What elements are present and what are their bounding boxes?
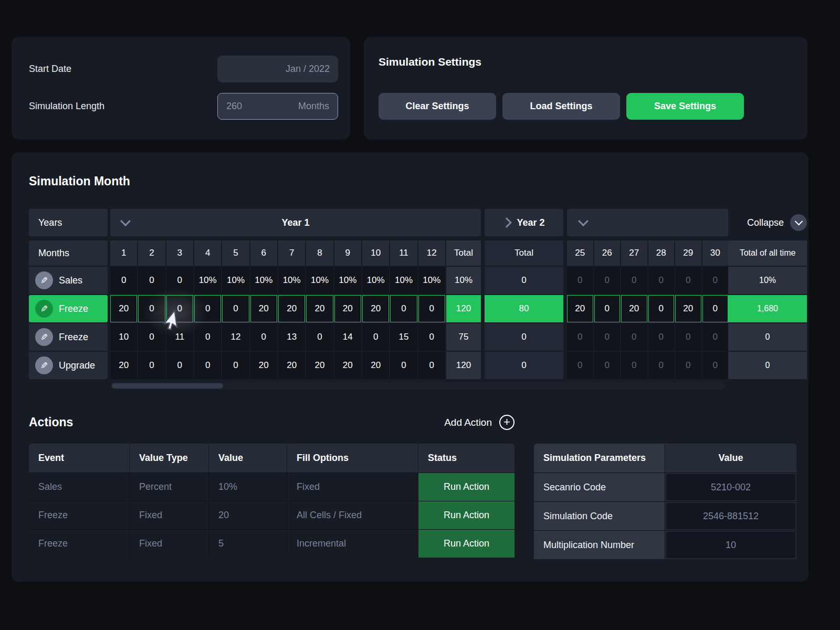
row-label-cell[interactable]: ✎Upgrade bbox=[29, 352, 108, 379]
month-cell[interactable]: 20 bbox=[306, 352, 333, 379]
month-cell[interactable]: 20 bbox=[250, 295, 277, 322]
month-cell[interactable]: 10% bbox=[306, 267, 333, 294]
month-cell[interactable]: 0 bbox=[675, 352, 701, 379]
month-cell[interactable]: 20 bbox=[362, 352, 389, 379]
month-cell[interactable]: 0 bbox=[567, 323, 593, 351]
chevron-down-icon[interactable] bbox=[578, 216, 589, 226]
month-cell[interactable]: 0 bbox=[418, 323, 445, 351]
month-cell[interactable]: 10 bbox=[110, 323, 137, 351]
month-cell[interactable]: 0 bbox=[110, 267, 137, 294]
month-cell[interactable]: 10% bbox=[250, 267, 277, 294]
run-action-button[interactable]: Run Action bbox=[418, 473, 514, 501]
month-cell[interactable]: 0 bbox=[166, 295, 193, 322]
month-cell[interactable]: 0 bbox=[166, 352, 193, 379]
month-cell[interactable]: 0 bbox=[138, 295, 165, 322]
month-cell[interactable]: 0 bbox=[138, 323, 165, 351]
month-cell[interactable]: 0 bbox=[621, 323, 647, 351]
month-cell[interactable]: 0 bbox=[194, 295, 221, 322]
month-cell[interactable]: 0 bbox=[250, 323, 277, 351]
month-cell[interactable]: 10% bbox=[390, 267, 417, 294]
chevron-right-icon[interactable] bbox=[502, 217, 512, 228]
clear-settings-button[interactable]: Clear Settings bbox=[379, 93, 496, 120]
month-cell[interactable]: 0 bbox=[567, 267, 593, 294]
add-action-button[interactable]: Add Action + bbox=[444, 415, 514, 430]
month-cell[interactable]: 20 bbox=[675, 295, 701, 322]
parameter-value-input[interactable]: 10 bbox=[666, 532, 795, 558]
row-label-cell[interactable]: ✎Freeze bbox=[29, 323, 108, 351]
month-cell[interactable]: 0 bbox=[648, 323, 675, 351]
run-action-button[interactable]: Run Action bbox=[418, 501, 514, 529]
month-cell[interactable]: 0 bbox=[194, 352, 221, 379]
month-cell[interactable]: 20 bbox=[250, 352, 277, 379]
month-cell[interactable]: 0 bbox=[138, 267, 165, 294]
year3-header[interactable] bbox=[567, 209, 728, 236]
month-cell[interactable]: 0 bbox=[418, 295, 445, 322]
row-label-cell[interactable]: ✎Freeze bbox=[29, 295, 108, 322]
month-cell[interactable]: 0 bbox=[138, 352, 165, 379]
month-cell[interactable]: 11 bbox=[166, 323, 193, 351]
month-cell[interactable]: 10% bbox=[418, 267, 445, 294]
parameter-value-input[interactable]: 5210-002 bbox=[666, 474, 795, 500]
month-cell[interactable]: 0 bbox=[648, 352, 675, 379]
month-cell[interactable]: 0 bbox=[675, 323, 701, 351]
month-cell[interactable]: 12 bbox=[222, 323, 249, 351]
start-date-input[interactable]: Jan / 2022 bbox=[217, 56, 338, 82]
month-cell[interactable]: 14 bbox=[334, 323, 361, 351]
month-cell[interactable]: 20 bbox=[110, 352, 137, 379]
month-cell[interactable]: 0 bbox=[594, 352, 621, 379]
month-cell[interactable]: 0 bbox=[194, 323, 221, 351]
month-cell[interactable]: 0 bbox=[222, 295, 249, 322]
month-cell[interactable]: 0 bbox=[648, 267, 675, 294]
month-cell[interactable]: 10% bbox=[362, 267, 389, 294]
collapse-button[interactable] bbox=[790, 214, 807, 231]
month-cell[interactable]: 13 bbox=[278, 323, 305, 351]
run-action-button[interactable]: Run Action bbox=[418, 530, 514, 558]
month-cell[interactable]: 0 bbox=[702, 323, 729, 351]
month-cell[interactable]: 20 bbox=[278, 352, 305, 379]
pencil-edit-icon[interactable]: ✎ bbox=[35, 271, 53, 289]
month-cell[interactable]: 10% bbox=[334, 267, 361, 294]
parameter-value-input[interactable]: 2546-881512 bbox=[666, 503, 795, 529]
month-cell[interactable]: 0 bbox=[222, 352, 249, 379]
pencil-edit-icon[interactable]: ✎ bbox=[35, 356, 53, 374]
simulation-length-input[interactable]: 260 Months bbox=[217, 93, 338, 120]
horizontal-scrollbar-track[interactable] bbox=[110, 382, 724, 390]
save-settings-button[interactable]: Save Settings bbox=[626, 93, 744, 120]
month-cell[interactable]: 0 bbox=[390, 295, 417, 322]
horizontal-scrollbar-thumb[interactable] bbox=[112, 383, 223, 388]
pencil-edit-icon[interactable]: ✎ bbox=[35, 328, 53, 346]
month-cell[interactable]: 10% bbox=[278, 267, 305, 294]
month-cell[interactable]: 20 bbox=[334, 295, 361, 322]
month-cell[interactable]: 0 bbox=[306, 323, 333, 351]
month-cell[interactable]: 0 bbox=[594, 267, 621, 294]
month-cell[interactable]: 0 bbox=[648, 295, 675, 322]
load-settings-button[interactable]: Load Settings bbox=[502, 93, 620, 120]
month-cell[interactable]: 0 bbox=[702, 352, 729, 379]
month-cell[interactable]: 0 bbox=[621, 267, 647, 294]
month-cell[interactable]: 0 bbox=[166, 267, 193, 294]
month-cell[interactable]: 20 bbox=[110, 295, 137, 322]
month-cell[interactable]: 0 bbox=[594, 295, 621, 322]
month-cell[interactable]: 0 bbox=[418, 352, 445, 379]
month-cell[interactable]: 20 bbox=[362, 295, 389, 322]
month-cell[interactable]: 20 bbox=[278, 295, 305, 322]
month-cell[interactable]: 20 bbox=[567, 295, 593, 322]
month-cell[interactable]: 0 bbox=[702, 295, 729, 322]
pencil-edit-icon[interactable]: ✎ bbox=[35, 300, 53, 318]
month-cell[interactable]: 0 bbox=[675, 267, 701, 294]
month-cell[interactable]: 20 bbox=[334, 352, 361, 379]
month-cell[interactable]: 0 bbox=[567, 352, 593, 379]
year2-header[interactable]: Year 2 bbox=[485, 209, 563, 236]
month-cell[interactable]: 10% bbox=[222, 267, 249, 294]
month-cell[interactable]: 0 bbox=[390, 352, 417, 379]
month-cell[interactable]: 10% bbox=[194, 267, 221, 294]
month-cell[interactable]: 0 bbox=[702, 267, 729, 294]
month-cell[interactable]: 20 bbox=[306, 295, 333, 322]
month-cell[interactable]: 0 bbox=[594, 323, 621, 351]
row-label-cell[interactable]: ✎Sales bbox=[29, 267, 108, 294]
month-cell[interactable]: 20 bbox=[621, 295, 647, 322]
year1-header[interactable]: Year 1 bbox=[110, 209, 481, 236]
month-cell[interactable]: 15 bbox=[390, 323, 417, 351]
month-cell[interactable]: 0 bbox=[362, 323, 389, 351]
month-cell[interactable]: 0 bbox=[621, 352, 647, 379]
